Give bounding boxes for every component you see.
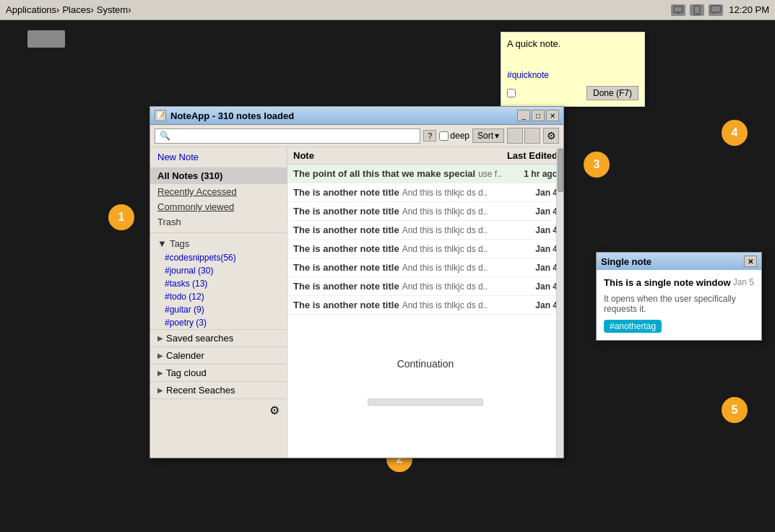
table-row[interactable]: The is another note title And this is th… (287, 240, 563, 258)
system-menu[interactable]: System› (97, 4, 131, 15)
sidebar-gear-icon[interactable]: ⚙ (269, 404, 280, 417)
table-row[interactable]: The is another note title And this is th… (287, 183, 563, 202)
note-title-4: The is another note title (293, 243, 399, 254)
sidebar-commonly-viewed[interactable]: Commonly viewed (150, 199, 287, 214)
single-note-date: Jan 5 (733, 277, 754, 287)
tag-tasks[interactable]: #tasks (13) (150, 277, 287, 290)
tag-guitar[interactable]: #guitar (9) (150, 303, 287, 316)
note-title-0: The point of all this that we make speci… (293, 168, 475, 179)
single-note-titlebar: Single note ✕ (597, 253, 761, 270)
deep-checkbox[interactable] (439, 131, 449, 141)
note-date-4: Jan 4 (514, 244, 558, 254)
note-title-7: The is another note title (293, 300, 399, 310)
note-row-first[interactable]: The point of all this that we make speci… (287, 165, 563, 183)
note-date-2: Jan 4 (514, 206, 558, 217)
window-controls[interactable]: _ □ ✕ (517, 110, 559, 121)
tags-header: ▼ Tags (150, 236, 287, 251)
single-note-close-button[interactable]: ✕ (744, 256, 757, 267)
table-row[interactable]: The is another note title And this is th… (287, 296, 563, 315)
table-row[interactable]: The is another note title And this is th… (287, 258, 563, 277)
search-question-button[interactable]: ? (423, 130, 436, 141)
calender-arrow: ▶ (157, 352, 163, 359)
note-title-6: The is another note title (293, 281, 399, 292)
note-date-0: 1 hr ago (514, 169, 558, 179)
note-date-7: Jan 4 (514, 300, 558, 310)
new-note-button[interactable]: New Note (150, 147, 287, 167)
sidebar-tag-cloud[interactable]: ▶ Tag cloud (150, 364, 287, 381)
tag-cloud-label: Tag cloud (166, 367, 207, 378)
note-preview-5: And this is thlkjc ds d.. (402, 263, 514, 273)
note-title-2: The is another note title (293, 206, 399, 217)
note-preview-2: And this is thlkjc ds d.. (402, 206, 514, 217)
calender-label: Calender (166, 350, 204, 361)
horizontal-scrollbar[interactable] (368, 398, 483, 406)
vertical-scrollbar[interactable] (556, 147, 563, 458)
scrollbar-thumb[interactable] (558, 149, 563, 192)
sidebar-footer: ⚙ (150, 398, 287, 422)
sidebar-all-notes[interactable]: All Notes (310) (150, 167, 287, 184)
search-magnify-icon: 🔍 (160, 131, 170, 141)
quick-note-checkbox[interactable] (507, 89, 516, 97)
sidebar-saved-searches[interactable]: ▶ Saved searches (150, 329, 287, 346)
note-title-1: The is another note title (293, 187, 399, 198)
search-bar: 🔍 ? deep Sort ▾ ⚙ (150, 125, 563, 147)
svg-rect-5 (711, 6, 721, 12)
note-date-5: Jan 4 (514, 263, 558, 273)
places-menu[interactable]: Places› (62, 4, 93, 15)
sort-button[interactable]: Sort ▾ (472, 128, 504, 143)
sidebar-recent-searches[interactable]: ▶ Recent Seaches (150, 381, 287, 398)
sidebar-trash[interactable]: Trash (150, 214, 287, 230)
svg-point-4 (697, 12, 698, 14)
saved-searches-label: Saved searches (166, 333, 233, 344)
edited-col-header: Last Edited (500, 150, 558, 161)
quick-note-text[interactable]: A quick note. (507, 38, 638, 67)
view-buttons (507, 128, 540, 144)
small-topbar-button[interactable] (27, 30, 65, 48)
quick-note-done-button[interactable]: Done (F7) (586, 86, 638, 100)
applications-menu[interactable]: Applications› (6, 4, 59, 15)
sidebar-calender[interactable]: ▶ Calender (150, 346, 287, 364)
table-row[interactable]: The is another note title And this is th… (287, 202, 563, 221)
titlebar-left: 📝 NoteApp - 310 notes loaded (155, 110, 294, 121)
tags-arrow-icon: ▼ (157, 238, 167, 249)
notes-col-header: Note (293, 150, 500, 161)
minimize-button[interactable]: _ (517, 110, 530, 121)
tag-codesnippets[interactable]: #codesnippets(56) (150, 251, 287, 264)
label-circle-1: 1 (108, 204, 134, 230)
table-row[interactable]: The is another note title And this is th… (287, 277, 563, 296)
tag-poetry[interactable]: #poetry (3) (150, 316, 287, 329)
recent-searches-label: Recent Seaches (166, 385, 235, 396)
single-note-window: Single note ✕ This is a single note wind… (596, 252, 762, 341)
note-preview-3: And this is thlkjc ds d.. (402, 225, 514, 235)
continuation-label: Continuation (397, 358, 454, 370)
sidebar-divider-1 (150, 232, 287, 233)
note-preview-4: And this is thlkjc ds d.. (402, 244, 514, 254)
label-circle-3: 3 (584, 152, 610, 178)
continuation-area: Continuation (287, 315, 563, 420)
table-row[interactable]: The is another note title And this is th… (287, 221, 563, 240)
deep-label: deep (450, 131, 469, 141)
view-btn-2[interactable] (524, 128, 540, 144)
view-btn-1[interactable] (507, 128, 523, 144)
single-note-tag-badge[interactable]: #anothertag (604, 320, 662, 333)
quick-note-tag: #quicknote (507, 70, 638, 80)
chat-icon (709, 4, 723, 16)
notes-list-header: Note Last Edited (287, 147, 563, 165)
tag-journal[interactable]: #journal (30) (150, 264, 287, 277)
sort-label: Sort (477, 131, 493, 141)
notes-list: Note Last Edited The point of all this t… (287, 147, 563, 458)
note-date-3: Jan 4 (514, 225, 558, 235)
gear-settings-button[interactable]: ⚙ (543, 128, 559, 144)
maximize-button[interactable]: □ (532, 110, 545, 121)
top-system-bar: Applications› Places› System› (0, 0, 775, 20)
deep-checkbox-label: deep (439, 131, 469, 141)
top-bar-menu[interactable]: Applications› Places› System› (6, 4, 131, 15)
search-input[interactable] (173, 131, 415, 141)
note-preview-0: use f.. (478, 169, 514, 179)
close-button[interactable]: ✕ (546, 110, 559, 121)
noteapp-title: NoteApp - 310 notes loaded (170, 110, 294, 121)
saved-searches-arrow: ▶ (157, 334, 163, 342)
system-time: 12:20 PM (729, 4, 769, 15)
sidebar-recently-accessed[interactable]: Recently Accessed (150, 184, 287, 199)
tag-todo[interactable]: #todo (12) (150, 290, 287, 303)
